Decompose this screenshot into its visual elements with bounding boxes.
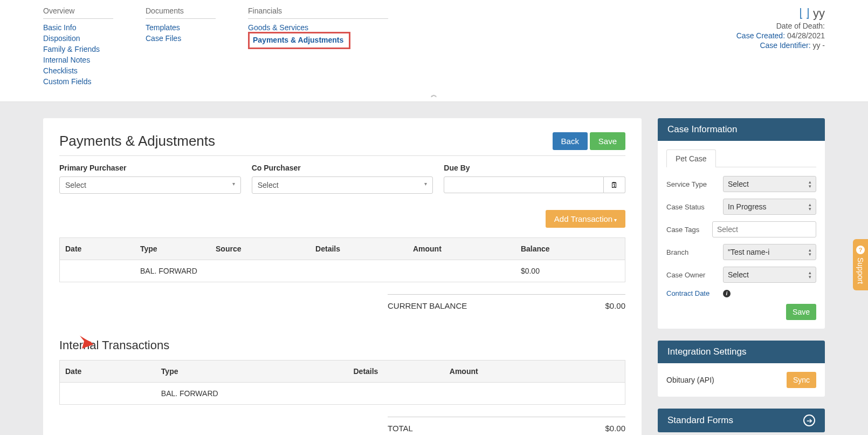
integration-header: Integration Settings	[658, 341, 825, 363]
nav-disposition[interactable]: Disposition	[43, 33, 113, 44]
main-panel: Payments & Adjustments Back Save Primary…	[43, 118, 642, 435]
case-owner-select[interactable]: Select▴▾	[723, 267, 816, 283]
tab-pet-case[interactable]: Pet Case	[666, 149, 716, 167]
sync-button[interactable]: Sync	[787, 372, 816, 388]
table-row: BAL. FORWARD	[60, 383, 625, 405]
case-name: yy	[813, 6, 825, 21]
th-type: Type	[135, 238, 210, 260]
th-date: Date	[60, 238, 135, 260]
case-info-save-button[interactable]: Save	[786, 304, 816, 320]
th-balance: Balance	[515, 238, 625, 260]
transactions-table: Date Type Source Details Amount Balance …	[59, 237, 625, 282]
th-source: Source	[210, 238, 310, 260]
cell-type: BAL. FORWARD	[135, 260, 210, 282]
case-owner-label: Case Owner	[666, 271, 718, 279]
case-tags-label: Case Tags	[666, 226, 707, 234]
bookmark-icon[interactable]	[800, 8, 809, 19]
nav-col-documents: Documents Templates Case Files	[146, 6, 216, 87]
dod-label: Date of Death:	[776, 22, 825, 30]
service-type-label: Service Type	[666, 180, 718, 188]
collapse-toggle[interactable]: ︽	[43, 87, 825, 101]
nav-payments-highlight: Payments & Adjustments	[248, 32, 350, 49]
id-label: Case Identifier:	[760, 41, 810, 50]
total-label: TOTAL	[388, 424, 413, 433]
nav-header-financials: Financials	[248, 6, 388, 19]
co-purchaser-select[interactable]: Select	[252, 176, 433, 194]
table-row: BAL. FORWARD $0.00	[60, 260, 625, 282]
add-transaction-button[interactable]: Add Transaction	[546, 210, 625, 228]
current-balance-value: $0.00	[605, 301, 625, 310]
case-status-select[interactable]: In Progress▴▾	[723, 199, 816, 215]
created-label: Case Created:	[736, 31, 785, 40]
calendar-icon[interactable]: 🗓	[604, 176, 625, 193]
ith-amount: Amount	[444, 361, 625, 383]
annotation-arrow-icon	[66, 331, 96, 351]
internal-transactions-title: Internal Transactions	[59, 338, 625, 352]
top-nav-section: Overview Basic Info Disposition Family &…	[0, 0, 868, 102]
co-purchaser-label: Co Purchaser	[252, 164, 433, 172]
nav-col-overview: Overview Basic Info Disposition Family &…	[43, 6, 113, 87]
primary-purchaser-label: Primary Purchaser	[59, 164, 241, 172]
nav-payments-adjustments[interactable]: Payments & Adjustments	[253, 35, 343, 45]
support-label: Support	[856, 257, 865, 284]
case-status-label: Case Status	[666, 203, 718, 211]
nav-custom-fields[interactable]: Custom Fields	[43, 76, 113, 87]
nav-col-financials: Financials Goods & Services Payments & A…	[248, 6, 388, 87]
nav-internal-notes[interactable]: Internal Notes	[43, 55, 113, 65]
icell-type: BAL. FORWARD	[156, 383, 348, 405]
service-type-select[interactable]: Select▴▾	[723, 176, 816, 192]
standard-forms-box: Standard Forms ➔	[658, 409, 825, 432]
page-title: Payments & Adjustments	[59, 133, 215, 149]
nav-header-documents: Documents	[146, 6, 216, 19]
nav-family-friends[interactable]: Family & Friends	[43, 44, 113, 55]
info-icon[interactable]: i	[723, 290, 731, 297]
obituary-api-label: Obituary (API)	[666, 376, 714, 384]
standard-forms-label: Standard Forms	[667, 415, 733, 426]
th-amount: Amount	[408, 238, 515, 260]
nav-goods-services[interactable]: Goods & Services	[248, 22, 388, 33]
nav-templates[interactable]: Templates	[146, 22, 216, 33]
question-icon: ?	[856, 246, 865, 254]
branch-select[interactable]: "Test name-i▴▾	[723, 244, 816, 260]
arrow-right-icon[interactable]: ➔	[803, 414, 815, 426]
th-details: Details	[310, 238, 408, 260]
case-info-header: Case Information	[658, 118, 825, 141]
svg-marker-1	[67, 332, 94, 349]
due-by-label: Due By	[444, 164, 625, 172]
internal-transactions-table: Date Type Details Amount BAL. FORWARD	[59, 360, 625, 405]
id-value: yy -	[812, 41, 825, 50]
ith-details: Details	[348, 361, 444, 383]
case-tags-input[interactable]	[712, 221, 816, 237]
branch-label: Branch	[666, 248, 718, 256]
contract-date-link[interactable]: Contract Date	[666, 289, 718, 297]
due-by-input[interactable]	[444, 176, 604, 193]
nav-case-files[interactable]: Case Files	[146, 33, 216, 44]
support-tab[interactable]: ? Support	[853, 239, 868, 290]
integration-box: Integration Settings Obituary (API) Sync	[658, 341, 825, 397]
primary-purchaser-select[interactable]: Select	[59, 176, 241, 194]
standard-forms-header[interactable]: Standard Forms ➔	[658, 409, 825, 432]
total-value: $0.00	[605, 424, 625, 433]
nav-checklists[interactable]: Checklists	[43, 65, 113, 76]
ith-date: Date	[60, 361, 156, 383]
nav-basic-info[interactable]: Basic Info	[43, 22, 113, 33]
save-button[interactable]: Save	[590, 132, 625, 150]
ith-type: Type	[156, 361, 348, 383]
cell-balance: $0.00	[515, 260, 625, 282]
back-button[interactable]: Back	[553, 132, 588, 150]
nav-header-overview: Overview	[43, 6, 113, 19]
created-value: 04/28/2021	[787, 31, 825, 40]
case-summary: yy Date of Death: Case Created: 04/28/20…	[736, 6, 825, 50]
case-info-box: Case Information Pet Case Service Type S…	[658, 118, 825, 329]
current-balance-label: CURRENT BALANCE	[388, 301, 467, 310]
